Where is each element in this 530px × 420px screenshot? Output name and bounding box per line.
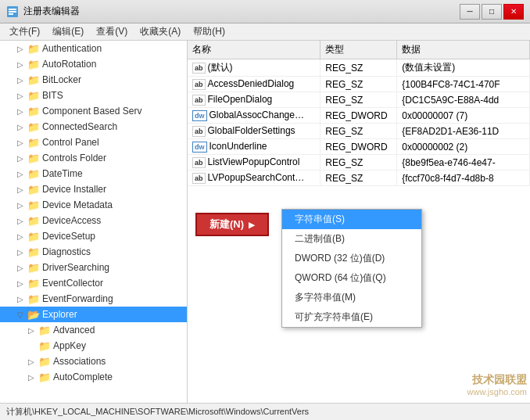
tree-item-deviceaccess[interactable]: ▷ 📁 DeviceAccess (0, 213, 187, 228)
tree-label: AutoComplete (53, 372, 113, 382)
regedit-icon (6, 5, 19, 18)
status-bar: 计算机\HKEY_LOCAL_MACHINE\SOFTWARE\Microsof… (0, 403, 530, 420)
toggle-icon: ▷ (16, 201, 25, 210)
toggle-icon: ▷ (27, 357, 36, 366)
tree-label: DeviceAccess (42, 215, 101, 226)
tree-item-controlpanel[interactable]: ▷ 📁 Control Panel (0, 135, 187, 150)
tree-label: EventCollector (42, 278, 103, 289)
menu-bar: 文件(F) 编辑(E) 查看(V) 收藏夹(A) 帮助(H) (0, 23, 530, 41)
tree-item-explorer[interactable]: ▽ 📂 Explorer (0, 307, 187, 322)
tree-label: Authentication (42, 43, 102, 54)
col-data[interactable]: 数据 (397, 41, 530, 59)
title-bar: 注册表编辑器 ─ □ ✕ (0, 0, 530, 23)
table-row[interactable]: ab(默认) REG_SZ (数值未设置) (188, 59, 530, 77)
toggle-icon: ▷ (16, 45, 25, 53)
tree-item-driversearching[interactable]: ▷ 📁 DriverSearching (0, 260, 187, 275)
tree-label: Device Metadata (42, 199, 113, 210)
main-content: ▷ 📁 Authentication ▷ 📁 AutoRotation ▷ 📁 … (0, 41, 530, 403)
table-row[interactable]: abListViewPopupControl REG_SZ {8be9f5ea-… (188, 155, 530, 171)
toggle-icon: ▷ (16, 279, 25, 288)
tree-label: DriverSearching (42, 262, 109, 273)
col-type[interactable]: 类型 (321, 41, 397, 59)
menu-help[interactable]: 帮助(H) (187, 23, 231, 40)
table-row[interactable]: abGlobalFolderSettings REG_SZ {EF8AD2D1-… (188, 124, 530, 139)
toggle-icon: ▷ (16, 170, 25, 178)
svg-rect-1 (9, 9, 16, 10)
table-row[interactable]: dwGlobalAssocChange… REG_DWORD 0x0000000… (188, 108, 530, 124)
tree-label: Controls Folder (42, 153, 106, 163)
tree-label: AppKey (53, 340, 86, 351)
col-name[interactable]: 名称 (188, 41, 321, 59)
tree-label: AutoRotation (42, 59, 96, 70)
table-row[interactable]: dwIconUnderline REG_DWORD 0x00000002 (2) (188, 139, 530, 155)
tree-item-eventforwarding[interactable]: ▷ 📁 EventForwarding (0, 291, 187, 307)
menu-file[interactable]: 文件(F) (3, 23, 46, 40)
toggle-icon: ▷ (16, 76, 25, 84)
tree-label: Control Panel (42, 137, 99, 148)
toggle-icon: ▷ (16, 138, 25, 147)
table-row[interactable]: abFileOpenDialog REG_SZ {DC1C5A9C-E88A-4… (188, 92, 530, 108)
tree-item-advanced[interactable]: ▷ 📁 Advanced (0, 322, 187, 338)
tree-label: Associations (53, 356, 106, 367)
right-panel: 名称 类型 数据 ab(默认) REG_SZ (数值未设置) abAccessD… (188, 41, 530, 403)
tree-item-eventcollector[interactable]: ▷ 📁 EventCollector (0, 275, 187, 291)
toggle-icon: ▽ (16, 311, 25, 319)
toggle-icon: ▷ (16, 123, 25, 131)
menu-favorites[interactable]: 收藏夹(A) (134, 23, 187, 40)
tree-item-devicesetup[interactable]: ▷ 📁 DeviceSetup (0, 228, 187, 244)
table-row[interactable]: abAccessDeniedDialog REG_SZ {100B4FC8-74… (188, 77, 530, 92)
tree-item-devicemetadata[interactable]: ▷ 📁 Device Metadata (0, 197, 187, 213)
tree-item-authentication[interactable]: ▷ 📁 Authentication (0, 41, 187, 56)
tree-label: Diagnostics (42, 246, 91, 257)
toggle-icon (27, 342, 36, 350)
tree-label: Device Installer (42, 184, 106, 195)
tree-panel: ▷ 📁 Authentication ▷ 📁 AutoRotation ▷ 📁 … (0, 41, 188, 403)
tree-label: Component Based Serv (42, 106, 141, 117)
tree-label: BITS (42, 90, 63, 101)
toggle-icon: ▷ (16, 154, 25, 163)
tree-item-bits[interactable]: ▷ 📁 BITS (0, 88, 187, 103)
tree-label: BitLocker (42, 74, 81, 85)
tree-label: ConnectedSearch (42, 121, 117, 132)
tree-item-componentbased[interactable]: ▷ 📁 Component Based Serv (0, 103, 187, 119)
toggle-icon: ▷ (16, 232, 25, 241)
toggle-icon: ▷ (16, 248, 25, 257)
menu-view[interactable]: 查看(V) (90, 23, 134, 40)
tree-item-appkey[interactable]: 📁 AppKey (0, 338, 187, 354)
status-path: 计算机\HKEY_LOCAL_MACHINE\SOFTWARE\Microsof… (6, 406, 309, 418)
menu-edit[interactable]: 编辑(E) (46, 23, 90, 40)
tree-label: EventForwarding (42, 293, 113, 304)
close-button[interactable]: ✕ (503, 4, 524, 20)
tree-label: DateTime (42, 168, 83, 179)
tree-item-autorotation[interactable]: ▷ 📁 AutoRotation (0, 56, 187, 72)
registry-table: 名称 类型 数据 ab(默认) REG_SZ (数值未设置) abAccessD… (188, 41, 530, 186)
maximize-button[interactable]: □ (482, 4, 502, 20)
toggle-icon: ▷ (16, 92, 25, 100)
tree-item-datetime[interactable]: ▷ 📁 DateTime (0, 166, 187, 181)
svg-rect-3 (9, 13, 13, 15)
svg-rect-2 (9, 11, 16, 13)
table-row[interactable]: abLVPopupSearchCont… REG_SZ {fccf70c8-f4… (188, 171, 530, 186)
toggle-icon: ▷ (16, 217, 25, 225)
tree-label: Explorer (42, 309, 77, 320)
window-title: 注册表编辑器 (23, 5, 80, 18)
tree-item-diagnostics[interactable]: ▷ 📁 Diagnostics (0, 244, 187, 260)
tree-item-bitlocker[interactable]: ▷ 📁 BitLocker (0, 72, 187, 88)
tree-item-autocomplete[interactable]: ▷ 📁 AutoComplete (0, 369, 187, 385)
toggle-icon: ▷ (16, 264, 25, 272)
tree-scroll[interactable]: ▷ 📁 Authentication ▷ 📁 AutoRotation ▷ 📁 … (0, 41, 187, 403)
toggle-icon: ▷ (16, 107, 25, 116)
tree-label: Advanced (53, 325, 95, 336)
tree-item-connectedsearch[interactable]: ▷ 📁 ConnectedSearch (0, 119, 187, 135)
right-scroll[interactable]: 名称 类型 数据 ab(默认) REG_SZ (数值未设置) abAccessD… (188, 41, 530, 403)
toggle-icon: ▷ (16, 185, 25, 194)
tree-item-deviceinstaller[interactable]: ▷ 📁 Device Installer (0, 181, 187, 197)
title-bar-left: 注册表编辑器 (6, 5, 80, 18)
tree-item-controlsfolder[interactable]: ▷ 📁 Controls Folder (0, 150, 187, 166)
title-bar-controls: ─ □ ✕ (460, 4, 524, 20)
toggle-icon: ▷ (27, 373, 36, 382)
minimize-button[interactable]: ─ (460, 4, 480, 20)
toggle-icon: ▷ (16, 60, 25, 69)
tree-item-associations[interactable]: ▷ 📁 Associations (0, 354, 187, 369)
toggle-icon: ▷ (16, 295, 25, 303)
